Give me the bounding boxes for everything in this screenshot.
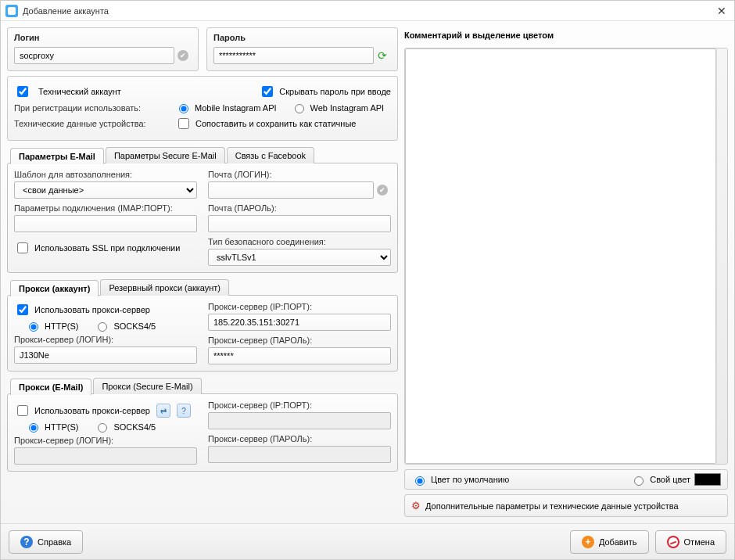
login-status-icon	[174, 47, 192, 64]
autofill-template-label: Шаблон для автозаполнения:	[14, 170, 197, 179]
own-color-radio[interactable]: Свой цвет	[630, 474, 690, 486]
tech-account-checkbox[interactable]: Технический аккаунт	[14, 84, 121, 99]
proxy-email-ipport-label: Прокси-сервер (IP:ПОРТ):	[208, 400, 391, 410]
proxy-account-password-input[interactable]	[208, 347, 391, 364]
color-swatch[interactable]	[694, 473, 721, 486]
use-proxy-account-checkbox[interactable]: Использовать прокси-сервер	[14, 302, 197, 318]
account-options-panel: Технический аккаунт Скрывать пароль при …	[7, 76, 398, 141]
color-row: Цвет по умолчанию Свой цвет	[404, 469, 728, 490]
secure-type-select[interactable]: sslvTLSv1	[208, 249, 391, 266]
email-tabs: Параметры E-Mail Параметры Secure E-Mail…	[10, 147, 398, 163]
password-input[interactable]	[213, 47, 374, 64]
help-icon: ?	[20, 536, 33, 548]
proxy-account-ipport-label: Прокси-сервер (IP:ПОРТ):	[208, 302, 391, 311]
comment-section-label: Комментарий и выделение цветом	[404, 31, 728, 40]
tab-secure-email-params[interactable]: Параметры Secure E-Mail	[106, 147, 225, 163]
mail-login-status-icon	[374, 181, 391, 199]
imap-port-input[interactable]	[14, 215, 197, 232]
password-label: Пароль	[213, 33, 391, 42]
proxy-email-login-label: Прокси-сервер (ЛОГИН):	[14, 436, 197, 445]
plus-icon: +	[582, 536, 594, 548]
tab-proxy-email[interactable]: Прокси (E-Mail)	[10, 379, 91, 395]
mail-password-input[interactable]	[208, 215, 391, 232]
default-color-radio[interactable]: Цвет по умолчанию	[411, 474, 509, 486]
help-button[interactable]: ? Справка	[9, 530, 83, 554]
use-ssl-checkbox[interactable]: Использовать SSL при подключении	[14, 240, 180, 256]
web-api-radio[interactable]: Web Instagram API	[291, 102, 385, 113]
cancel-icon	[667, 536, 679, 548]
tab-proxy-secure-email[interactable]: Прокси (Secure E-Mail)	[93, 378, 201, 394]
cancel-button[interactable]: Отмена	[655, 530, 726, 554]
proxy-email-password-label: Прокси-сервер (ПАРОЛь):	[208, 434, 391, 443]
proxy-account-password-label: Прокси-сервер (ПАРОЛь):	[208, 336, 391, 345]
mail-password-label: Почта (ПАРОЛь):	[208, 203, 391, 213]
proxy-email-tabs: Прокси (E-Mail) Прокси (Secure E-Mail)	[10, 378, 398, 394]
secure-type-label: Тип безопасного соединения:	[208, 237, 391, 246]
match-save-checkbox[interactable]: Сопоставить и сохранить как статичные	[175, 116, 356, 131]
app-icon	[5, 5, 18, 17]
proxy-email-socks-radio[interactable]: SOCKS4/5	[94, 421, 156, 433]
login-input[interactable]	[14, 47, 174, 64]
comment-area-wrap	[404, 48, 728, 465]
proxy-email-body: Использовать прокси-сервер ⇄ ? HTTP(S) S…	[7, 393, 398, 472]
add-account-window: Добавление аккаунта ✕ Логин Пароль ⟳	[0, 0, 735, 560]
window-title: Добавление аккаунта	[23, 6, 714, 16]
mail-login-label: Почта (ЛОГИН):	[208, 170, 391, 179]
proxy-email-login-input[interactable]	[14, 447, 197, 465]
proxy-account-login-input[interactable]	[14, 346, 197, 364]
proxy-help-icon[interactable]: ?	[177, 404, 191, 418]
proxy-account-socks-radio[interactable]: SOCKS4/5	[94, 320, 156, 332]
mail-login-input[interactable]	[208, 181, 374, 199]
email-tab-body: Шаблон для автозаполнения: <свои данные>…	[7, 163, 398, 273]
extra-params-link[interactable]: ⚙ Дополнительные параметры и технические…	[404, 494, 728, 517]
proxy-account-body: Использовать прокси-сервер HTTP(S) SOCKS…	[7, 295, 398, 372]
add-button[interactable]: + Добавить	[570, 530, 649, 554]
settings-icon: ⚙	[411, 500, 421, 512]
scrollbar[interactable]	[716, 48, 727, 464]
tab-proxy-account[interactable]: Прокси (аккаунт)	[10, 280, 99, 296]
tab-email-params[interactable]: Параметры E-Mail	[10, 148, 104, 164]
footer: ? Справка + Добавить Отмена	[1, 523, 734, 559]
proxy-account-ipport-input[interactable]	[208, 314, 391, 331]
password-panel: Пароль ⟳	[206, 27, 398, 71]
proxy-account-tabs: Прокси (аккаунт) Резервный прокси (аккау…	[10, 279, 398, 296]
proxy-account-http-radio[interactable]: HTTP(S)	[25, 320, 78, 332]
login-label: Логин	[14, 33, 192, 42]
proxy-email-ipport-input[interactable]	[208, 412, 391, 429]
comment-textarea[interactable]	[405, 48, 716, 464]
registration-api-label: При регистрации использовать:	[14, 103, 170, 113]
close-icon[interactable]: ✕	[714, 5, 730, 17]
device-data-label: Технические данные устройства:	[14, 119, 170, 128]
refresh-password-icon[interactable]: ⟳	[374, 47, 391, 64]
proxy-email-password-input[interactable]	[208, 446, 391, 463]
autofill-template-select[interactable]: <свои данные>	[14, 181, 197, 199]
proxy-account-login-label: Прокси-сервер (ЛОГИН):	[14, 335, 197, 344]
login-panel: Логин	[7, 27, 199, 71]
use-proxy-email-checkbox[interactable]: Использовать прокси-сервер	[14, 403, 150, 418]
hide-password-checkbox[interactable]: Скрывать пароль при вводе	[259, 84, 391, 99]
titlebar: Добавление аккаунта ✕	[1, 1, 734, 21]
proxy-email-http-radio[interactable]: HTTP(S)	[25, 421, 78, 433]
tab-backup-proxy-account[interactable]: Резервный прокси (аккаунт)	[100, 279, 229, 296]
copy-proxy-icon[interactable]: ⇄	[156, 404, 170, 418]
mobile-api-radio[interactable]: Mobile Instagram API	[175, 102, 277, 113]
imap-port-label: Параметры подключения (IMAP:ПОРТ):	[14, 203, 197, 213]
tab-facebook-link[interactable]: Связь с Facebook	[227, 147, 314, 163]
